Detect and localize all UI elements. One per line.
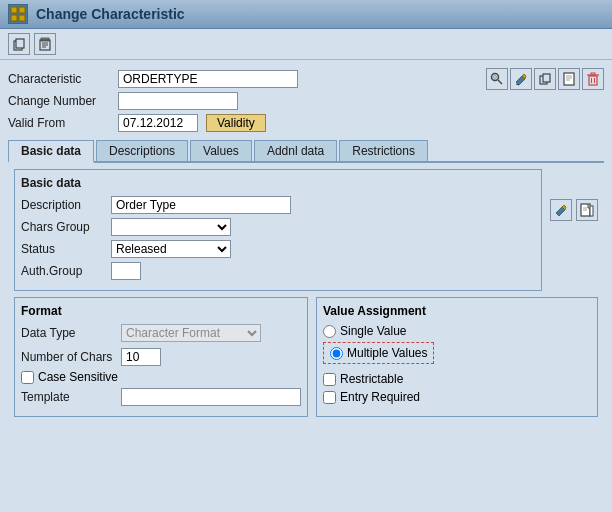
case-sensitive-checkbox[interactable] [21,371,34,384]
doc-section-icon[interactable] [576,199,598,221]
num-chars-input[interactable] [121,348,161,366]
valid-from-input[interactable] [118,114,198,132]
data-type-row: Data Type Character Format [21,324,301,342]
description-input[interactable] [111,196,291,214]
auth-group-row: Auth.Group [21,262,535,280]
single-value-row: Single Value [323,324,591,338]
basic-data-section: Basic data Description Chars Group Statu… [14,169,542,291]
svg-rect-1 [19,7,25,13]
svg-line-12 [498,80,502,84]
svg-rect-21 [589,76,597,85]
format-section: Format Data Type Character Format Number… [14,297,308,417]
template-input[interactable] [121,388,301,406]
app-icon [8,4,28,24]
entry-required-row: Entry Required [323,390,591,404]
num-chars-label: Number of Chars [21,350,121,364]
chars-group-select[interactable] [111,218,231,236]
multiple-values-label: Multiple Values [347,346,427,360]
valid-from-row: Valid From Validity [8,114,604,132]
description-row: Description [21,196,535,214]
svg-rect-17 [564,73,574,85]
template-label: Template [21,390,121,404]
svg-rect-0 [11,7,17,13]
entry-required-checkbox[interactable] [323,391,336,404]
basic-data-title: Basic data [21,176,535,190]
toolbar [0,29,612,60]
case-sensitive-row: Case Sensitive [21,370,301,384]
copy-button[interactable] [8,33,30,55]
entry-required-label: Entry Required [340,390,420,404]
value-assignment-section: Value Assignment Single Value Multiple V… [316,297,598,417]
auth-group-input[interactable] [111,262,141,280]
delete-icon-btn[interactable] [582,68,604,90]
characteristic-row: Characteristic [8,68,604,90]
search-icon-btn[interactable] [486,68,508,90]
svg-rect-2 [11,15,17,21]
change-number-input[interactable] [118,92,238,110]
status-label: Status [21,242,111,256]
chars-group-row: Chars Group [21,218,535,236]
characteristic-input[interactable] [118,70,298,88]
single-value-label: Single Value [340,324,407,338]
single-value-radio[interactable] [323,325,336,338]
case-sensitive-label: Case Sensitive [38,370,118,384]
validity-button[interactable]: Validity [206,114,266,132]
tab-basic-data[interactable]: Basic data [8,140,94,163]
description-label: Description [21,198,111,212]
tabs-bar: Basic data Descriptions Values Addnl dat… [8,140,604,163]
change-number-row: Change Number [8,92,604,110]
template-row: Template [21,388,301,406]
svg-rect-5 [16,39,24,48]
title-bar: Change Characteristic [0,0,612,29]
valid-from-label: Valid From [8,116,118,130]
edit-section-icon[interactable] [550,199,572,221]
doc-icon-btn[interactable] [558,68,580,90]
tab-descriptions[interactable]: Descriptions [96,140,188,161]
multiple-values-row: Multiple Values [323,342,591,364]
status-row: Status Released In Preparation Locked [21,240,535,258]
panel-content: Basic data Description Chars Group Statu… [8,163,604,423]
multiple-values-radio[interactable] [330,347,343,360]
restrictable-label: Restrictable [340,372,403,386]
copy-char-icon-btn[interactable] [534,68,556,90]
value-assignment-title: Value Assignment [323,304,591,318]
data-type-select[interactable]: Character Format [121,324,261,342]
svg-point-11 [492,74,499,81]
data-type-label: Data Type [21,326,121,340]
status-select[interactable]: Released In Preparation Locked [111,240,231,258]
header-icon-group [486,68,604,90]
chars-group-label: Chars Group [21,220,111,234]
restrictable-row: Restrictable [323,372,591,386]
format-title: Format [21,304,301,318]
characteristic-label: Characteristic [8,72,118,86]
restrictable-checkbox[interactable] [323,373,336,386]
tab-restrictions[interactable]: Restrictions [339,140,428,161]
svg-rect-3 [19,15,25,21]
svg-rect-16 [543,74,550,82]
auth-group-label: Auth.Group [21,264,111,278]
num-chars-row: Number of Chars [21,348,301,366]
svg-rect-27 [590,206,593,216]
tab-values[interactable]: Values [190,140,252,161]
svg-rect-23 [591,73,595,75]
multiple-values-dashed: Multiple Values [323,342,434,364]
main-content: Characteristic [0,60,612,431]
change-number-label: Change Number [8,94,118,108]
bottom-sections: Format Data Type Character Format Number… [14,297,598,417]
svg-point-13 [494,76,497,79]
page-title: Change Characteristic [36,6,185,22]
section-edit-icons [550,199,598,221]
paste-button[interactable] [34,33,56,55]
tab-addnl-data[interactable]: Addnl data [254,140,337,161]
edit-icon-btn[interactable] [510,68,532,90]
